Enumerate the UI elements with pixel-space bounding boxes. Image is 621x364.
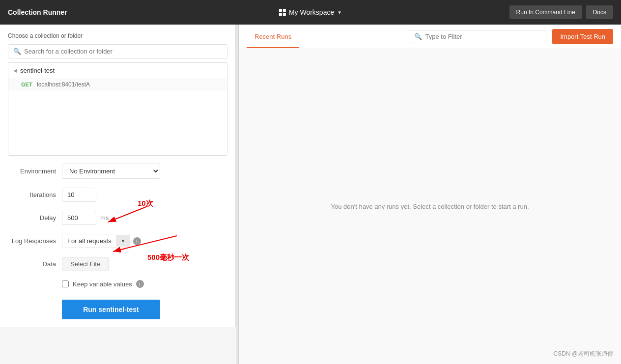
header: Collection Runner My Workspace ▼ Run In … (0, 0, 621, 25)
collection-item[interactable]: ◀ sentinel-test (8, 63, 227, 78)
delay-row: Delay 500 ms (8, 211, 227, 225)
ms-unit-label: ms (100, 214, 109, 222)
keep-variable-info-icon[interactable]: i (136, 280, 144, 288)
iterations-input[interactable]: 10 (62, 188, 96, 202)
delay-label: Delay (8, 214, 62, 222)
grid-icon (279, 9, 286, 16)
environment-label: Environment (8, 168, 62, 175)
import-test-run-button[interactable]: Import Test Run (552, 29, 613, 44)
dropdown-arrow-icon: ▼ (116, 235, 130, 247)
left-panel: Choose a collection or folder 🔍 ◀ sentin… (0, 25, 236, 327)
log-response-group: For all requests ▼ i (62, 234, 141, 248)
endpoint-item[interactable]: GET localhost:8401/testA (8, 78, 227, 91)
keep-variable-row: Keep variable values i (8, 280, 227, 288)
workspace-name: My Workspace (289, 8, 334, 16)
tabs-bar: Recent Runs 🔍 Import Test Run (239, 25, 621, 49)
log-response-value: For all requests (62, 234, 116, 248)
header-actions: Run In Command Line Docs (509, 5, 613, 19)
filter-input[interactable] (425, 33, 541, 40)
run-command-line-button[interactable]: Run In Command Line (509, 5, 582, 19)
choose-label: Choose a collection or folder (8, 32, 227, 39)
empty-state: You don't have any runs yet. Select a co… (239, 49, 621, 364)
main-layout: Choose a collection or folder 🔍 ◀ sentin… (0, 25, 621, 364)
iterations-label: Iterations (8, 191, 62, 198)
log-responses-row: Log Responses For all requests ▼ i (8, 234, 227, 248)
search-icon: 🔍 (13, 48, 21, 55)
docs-button[interactable]: Docs (586, 5, 613, 19)
select-file-button[interactable]: Select File (62, 257, 109, 271)
run-button-container: Run sentinel-test (8, 300, 227, 319)
keep-variable-label: Keep variable values (73, 280, 132, 288)
tab-recent-runs[interactable]: Recent Runs (247, 26, 299, 48)
left-panel-wrapper: Choose a collection or folder 🔍 ◀ sentin… (0, 25, 236, 364)
search-box: 🔍 (8, 44, 227, 58)
delay-input[interactable]: 500 (62, 211, 96, 225)
method-badge: GET (21, 82, 32, 87)
data-row: Data Select File (8, 257, 227, 271)
keep-variable-checkbox[interactable] (62, 280, 69, 287)
search-input[interactable] (24, 48, 222, 55)
data-label: Data (8, 260, 62, 268)
filter-search-icon: 🔍 (414, 33, 422, 40)
collection-name: sentinel-test (20, 67, 55, 74)
log-responses-label: Log Responses (8, 237, 62, 245)
empty-state-text: You don't have any runs yet. Select a co… (331, 203, 529, 210)
log-response-info-icon[interactable]: i (133, 237, 141, 245)
workspace-selector[interactable]: My Workspace ▼ (279, 8, 342, 16)
chevron-down-icon: ▼ (337, 10, 342, 15)
app-title: Collection Runner (8, 8, 67, 16)
filter-input-wrapper: 🔍 (409, 30, 546, 43)
environment-row: Environment No Environment (8, 164, 227, 179)
chevron-left-icon: ◀ (13, 68, 17, 73)
iterations-row: Iterations 10 (8, 188, 227, 202)
environment-select[interactable]: No Environment (62, 164, 160, 179)
credit-text: CSDN @老司机张师傅 (553, 350, 613, 358)
endpoint-url: localhost:8401/testA (37, 81, 90, 88)
run-button[interactable]: Run sentinel-test (62, 300, 160, 319)
right-panel: Recent Runs 🔍 Import Test Run You don't … (239, 25, 621, 364)
collection-tree: ◀ sentinel-test GET localhost:8401/testA (8, 62, 227, 156)
log-response-dropdown[interactable]: For all requests ▼ (62, 234, 130, 248)
